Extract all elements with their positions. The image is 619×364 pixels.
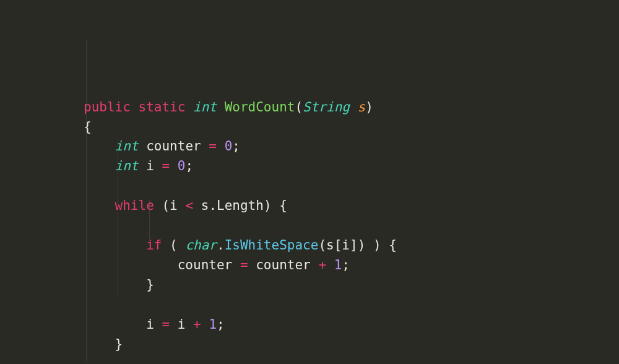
bracket-open: [ xyxy=(334,238,342,253)
param-s: s xyxy=(358,100,366,115)
code-line xyxy=(84,178,92,193)
op-assign: = xyxy=(240,258,248,272)
type-char: char xyxy=(185,238,217,253)
type-int: int xyxy=(115,158,139,173)
keyword-while: while xyxy=(115,198,154,213)
op-assign: = xyxy=(209,139,217,154)
var-s: s xyxy=(201,198,209,213)
code-line: { xyxy=(84,119,92,134)
code-line: } xyxy=(84,337,123,352)
op-plus: + xyxy=(318,258,326,272)
brace-open: { xyxy=(84,119,92,134)
op-lt: < xyxy=(185,198,193,213)
semicolon: ; xyxy=(185,158,193,173)
bracket-close: ] xyxy=(350,238,358,253)
paren-close: ) xyxy=(365,100,373,115)
var-counter: counter xyxy=(178,258,233,272)
var-i: i xyxy=(170,198,178,213)
op-assign: = xyxy=(162,158,170,173)
paren-open: ( xyxy=(295,100,303,115)
code-block: public static int WordCount(String s) { … xyxy=(84,19,619,364)
paren-open: ( xyxy=(162,198,170,213)
keyword-if: if xyxy=(146,238,162,253)
code-line: counter = counter + 1; xyxy=(84,258,350,272)
paren-open: ( xyxy=(318,238,326,253)
num-one: 1 xyxy=(209,317,217,332)
paren-close: ) xyxy=(358,238,366,253)
code-line: int i = 0; xyxy=(84,158,193,173)
code-line: while (i < s.Length) { xyxy=(84,198,287,213)
code-line: int counter = 0; xyxy=(84,139,240,154)
paren-open: ( xyxy=(170,238,178,253)
var-counter: counter xyxy=(256,258,311,272)
code-line xyxy=(84,356,92,364)
keyword-public: public xyxy=(84,100,131,115)
op-assign: = xyxy=(162,317,170,332)
var-s: s xyxy=(326,238,334,253)
semicolon: ; xyxy=(217,317,225,332)
function-name: WordCount xyxy=(225,100,295,115)
method-iswhitespace: IsWhiteSpace xyxy=(225,238,319,253)
num-one: 1 xyxy=(334,258,342,272)
var-i: i xyxy=(178,317,186,332)
code-line: } xyxy=(84,277,154,292)
num-zero: 0 xyxy=(178,158,186,173)
type-int: int xyxy=(193,100,217,115)
var-i: i xyxy=(146,317,154,332)
brace-close: } xyxy=(146,277,154,292)
code-line: public static int WordCount(String s) xyxy=(84,100,373,115)
dot: . xyxy=(217,238,225,253)
semicolon: ; xyxy=(232,139,240,154)
type-int: int xyxy=(115,139,139,154)
prop-length: Length xyxy=(217,198,264,213)
type-string: String xyxy=(303,100,350,115)
var-counter: counter xyxy=(146,139,201,154)
paren-close: ) xyxy=(264,198,272,213)
var-i: i xyxy=(146,158,154,173)
brace-open: { xyxy=(389,238,397,253)
code-line xyxy=(84,218,92,233)
brace-close: } xyxy=(115,337,123,352)
num-zero: 0 xyxy=(225,139,233,154)
keyword-static: static xyxy=(139,100,186,115)
paren-close: ) xyxy=(373,238,381,253)
dot: . xyxy=(209,198,217,213)
semicolon: ; xyxy=(342,258,350,272)
code-line xyxy=(84,297,92,312)
code-line: if ( char.IsWhiteSpace(s[i]) ) { xyxy=(84,238,397,253)
op-plus: + xyxy=(193,317,201,332)
code-line: i = i + 1; xyxy=(84,317,225,332)
var-i: i xyxy=(342,238,350,253)
brace-open: { xyxy=(279,198,287,213)
